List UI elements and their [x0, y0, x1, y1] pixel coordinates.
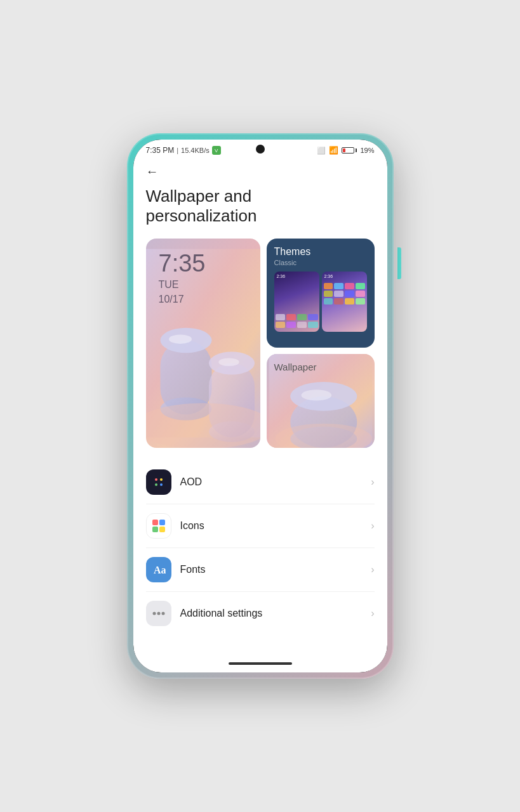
- page-title: Wallpaper and personalization: [146, 187, 375, 226]
- themes-card[interactable]: Themes Classic 2:36: [267, 239, 375, 348]
- menu-item-additional[interactable]: Additional settings ›: [146, 592, 375, 635]
- status-right: ⬜ 📶 19%: [317, 146, 374, 155]
- svg-point-9: [146, 403, 260, 449]
- theme-mini-icons-1: [276, 314, 318, 328]
- additional-label: Additional settings: [180, 608, 371, 619]
- svg-rect-20: [152, 520, 158, 525]
- svg-text:Aa: Aa: [154, 565, 166, 575]
- phone-frame: 7:35 PM | 15.4KB/s V ⬜ 📶 19%: [127, 133, 394, 679]
- svg-rect-22: [152, 527, 158, 532]
- icons-label: Icons: [180, 520, 371, 532]
- status-left: 7:35 PM | 15.4KB/s V: [146, 146, 221, 155]
- menu-item-icons[interactable]: Icons ›: [146, 504, 375, 548]
- volume-button: [397, 247, 401, 279]
- battery-percentage: 19%: [360, 147, 374, 154]
- theme-preview-2: 2:36: [322, 272, 367, 332]
- screen-record-icon: ⬜: [317, 147, 326, 155]
- bottom-bar: [133, 657, 387, 672]
- wifi-icon: 📶: [329, 146, 338, 155]
- svg-point-27: [161, 612, 164, 615]
- screen: 7:35 PM | 15.4KB/s V ⬜ 📶 19%: [133, 140, 387, 672]
- right-cards: Themes Classic 2:36: [267, 239, 375, 448]
- aod-label: AOD: [180, 476, 371, 488]
- aod-icon: [146, 469, 171, 495]
- aod-chevron-icon: ›: [371, 476, 374, 488]
- lockscreen-card[interactable]: 7:35 TUE 10/17: [146, 239, 260, 448]
- back-arrow-icon: ←: [146, 164, 159, 179]
- svg-point-25: [157, 612, 160, 615]
- cards-grid: 7:35 TUE 10/17 Themes Classic: [146, 239, 375, 448]
- theme-mini-time-1: 2:36: [277, 274, 286, 278]
- theme-mini-time-2: 2:36: [324, 274, 333, 278]
- status-time: 7:35 PM: [146, 146, 175, 155]
- battery-indicator: [342, 147, 357, 154]
- home-indicator: [229, 662, 292, 665]
- menu-item-fonts[interactable]: Aa Fonts ›: [146, 548, 375, 592]
- time-text: 7:35: [159, 251, 260, 275]
- svg-point-17: [160, 478, 163, 481]
- wallpaper-tile-label: Wallpaper: [274, 362, 375, 372]
- icons-icon: [146, 513, 171, 539]
- themes-label: Themes: [274, 246, 367, 258]
- additional-icon: [146, 601, 171, 626]
- svg-point-19: [160, 483, 163, 486]
- svg-point-18: [155, 483, 157, 486]
- vpn-icon: V: [212, 146, 221, 155]
- theme-mini-icons-2: [324, 283, 365, 304]
- status-bar: 7:35 PM | 15.4KB/s V ⬜ 📶 19%: [133, 140, 387, 158]
- status-speed: 15.4KB/s: [181, 147, 210, 154]
- lockscreen-time: 7:35 TUE 10/17: [159, 251, 260, 306]
- themes-sublabel: Classic: [274, 259, 367, 266]
- phone-inner: 7:35 PM | 15.4KB/s V ⬜ 📶 19%: [133, 140, 387, 672]
- menu-item-aod[interactable]: AOD ›: [146, 461, 375, 504]
- back-button[interactable]: ←: [146, 164, 375, 179]
- icons-chevron-icon: ›: [371, 520, 374, 532]
- fonts-icon: Aa: [146, 557, 171, 582]
- svg-point-7: [169, 335, 192, 344]
- svg-point-14: [301, 390, 331, 401]
- camera-notch: [256, 145, 265, 154]
- svg-rect-21: [159, 520, 165, 525]
- fonts-label: Fonts: [180, 564, 371, 575]
- theme-preview-1: 2:36: [274, 272, 319, 332]
- svg-point-16: [155, 478, 157, 481]
- main-content: ← Wallpaper and personalization: [133, 158, 387, 657]
- svg-rect-23: [159, 527, 165, 532]
- svg-point-26: [152, 612, 156, 615]
- wallpaper-card[interactable]: Wallpaper: [267, 354, 375, 448]
- fonts-chevron-icon: ›: [371, 564, 374, 575]
- themes-preview: 2:36: [274, 272, 367, 332]
- additional-chevron-icon: ›: [371, 608, 374, 619]
- menu-list: AOD › Icons: [146, 461, 375, 635]
- date-text: TUE 10/17: [159, 278, 260, 306]
- svg-point-8: [218, 358, 239, 367]
- status-separator: |: [177, 147, 178, 154]
